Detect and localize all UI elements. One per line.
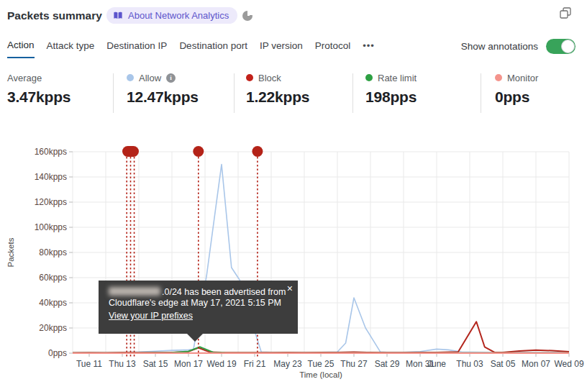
x-tick-label: Sat 05 — [491, 359, 516, 369]
y-tick-label: 20kpps — [39, 323, 67, 333]
show-annotations-label: Show annotations — [461, 41, 538, 52]
page-title: Packets summary — [7, 9, 102, 22]
y-tick-label: 60kpps — [39, 273, 67, 283]
stat-label: Rate limit — [378, 73, 417, 83]
y-tick-label: 140kpps — [35, 172, 67, 182]
x-tick-label: Sat 15 — [143, 359, 168, 369]
y-tick-label: 80kpps — [39, 247, 67, 257]
tab-protocol[interactable]: Protocol — [315, 40, 351, 58]
tooltip-line-2: Cloudflare's edge at May 17, 2021 5:15 P… — [109, 298, 288, 309]
stat-average: Average 3.47kpps — [7, 72, 70, 106]
y-tick-label: 120kpps — [35, 197, 67, 207]
rate-limit-dot-icon — [365, 74, 373, 81]
stat-rate-limit: Rate limit 198pps — [365, 72, 417, 106]
stats-row: Average 3.47kpps Allow i 12.47kpps Block… — [0, 72, 587, 115]
book-icon — [113, 11, 123, 20]
stat-block: Block 1.22kpps — [246, 72, 309, 106]
block-dot-icon — [246, 74, 253, 81]
tab-destination-port[interactable]: Destination port — [179, 40, 247, 58]
stat-label: Block — [258, 73, 281, 83]
packets-time-series-chart[interactable]: 0pps20kpps40kpps60kpps80kpps100kpps120kp… — [0, 137, 587, 392]
x-tick-label: Fri 21 — [244, 359, 266, 369]
x-tick-label: Wed 19 — [206, 359, 236, 369]
stat-value: 1.22kpps — [246, 88, 309, 106]
stat-divider — [481, 73, 481, 113]
y-tick-label: 40kpps — [39, 298, 67, 308]
show-annotations-toggle[interactable] — [546, 39, 575, 54]
monitor-dot-icon — [495, 74, 502, 81]
tab-ip-version[interactable]: IP version — [260, 40, 303, 58]
about-network-analytics-badge[interactable]: About Network Analytics — [106, 7, 237, 24]
close-icon[interactable]: × — [287, 283, 293, 293]
stat-label: Average — [7, 73, 42, 83]
info-icon[interactable]: i — [166, 73, 176, 83]
annotation-dot-marker — [252, 146, 263, 157]
x-tick-label: Thu 03 — [456, 359, 483, 369]
stat-value: 12.47kpps — [127, 88, 199, 106]
tooltip-line-1: .0/24 has been advertised from — [109, 287, 288, 298]
stat-divider — [352, 73, 353, 113]
x-tick-label: June — [427, 359, 446, 369]
y-axis-title: Packets — [6, 237, 15, 267]
x-tick-label: Thu 27 — [340, 359, 368, 369]
stat-monitor: Monitor 0pps — [495, 72, 538, 106]
axes: 0pps20kpps40kpps60kpps80kpps100kpps120kp… — [6, 147, 584, 379]
x-tick-label: Sat 29 — [375, 359, 400, 369]
annotation-dot-marker — [193, 146, 204, 157]
x-tick-label: Tue 25 — [308, 359, 335, 369]
x-tick-label: May 23 — [273, 359, 302, 369]
stat-value: 0pps — [495, 88, 538, 106]
x-tick-label: Tue 11 — [76, 359, 102, 369]
x-tick-label: Wed 09 — [554, 359, 583, 369]
annotation-pill-marker — [122, 146, 139, 157]
stat-label: Monitor — [507, 73, 538, 83]
x-tick-label: Mon 17 — [174, 359, 203, 369]
tab-destination-ip[interactable]: Destination IP — [106, 40, 167, 58]
chart-dimension-tabs: Action Attack type Destination IP Destin… — [7, 40, 375, 58]
stat-value: 3.47kpps — [7, 88, 70, 106]
stat-divider — [234, 73, 235, 113]
y-tick-label: 0pps — [48, 348, 67, 358]
y-tick-label: 160kpps — [35, 147, 67, 157]
tab-action[interactable]: Action — [7, 40, 35, 58]
x-tick-label: Mon 07 — [522, 359, 550, 369]
view-ip-prefixes-link[interactable]: View your IP prefixes — [109, 311, 193, 322]
allow-dot-icon — [127, 74, 134, 81]
pie-icon[interactable] — [242, 11, 252, 21]
x-tick-label: Thu 13 — [109, 359, 136, 369]
stat-allow: Allow i 12.47kpps — [127, 72, 199, 106]
stat-value: 198pps — [365, 88, 417, 106]
redacted-ip — [109, 287, 160, 296]
tab-attack-type[interactable]: Attack type — [47, 40, 95, 58]
copy-icon[interactable] — [560, 7, 571, 22]
more-tabs-ellipsis-icon[interactable]: ••• — [363, 40, 375, 58]
tooltip-caret — [186, 333, 204, 342]
toggle-knob — [561, 40, 575, 53]
x-axis-title: Time (local) — [299, 370, 342, 379]
annotation-tooltip: × .0/24 has been advertised from Cloudfl… — [99, 281, 298, 334]
stat-label: Allow — [139, 73, 161, 83]
y-tick-label: 100kpps — [35, 222, 67, 232]
stat-divider — [113, 73, 114, 113]
badge-label: About Network Analytics — [128, 10, 229, 21]
